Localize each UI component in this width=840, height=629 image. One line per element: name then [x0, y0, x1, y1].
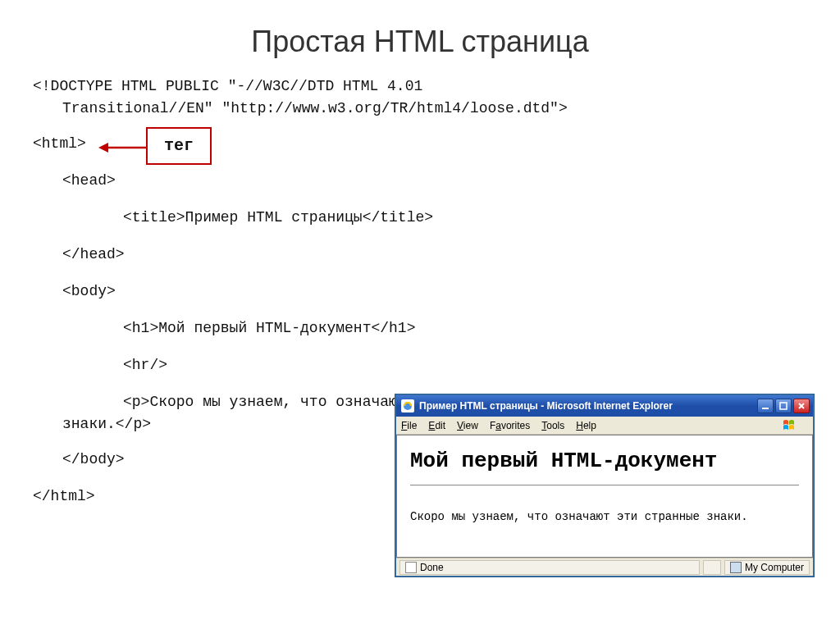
head-open-tag: <head> [33, 170, 840, 192]
page-heading: Мой первый HTML-документ [410, 449, 799, 473]
body-open-tag: <body> [33, 280, 840, 303]
menu-help[interactable]: Help [576, 420, 596, 431]
menu-file[interactable]: File [401, 420, 417, 431]
maximize-button[interactable] [775, 399, 792, 413]
h1-tag-line: <h1>Мой первый HTML-документ</h1> [33, 317, 840, 340]
browser-menubar: File Edit View Favorites Tools Help [396, 417, 813, 435]
hr-tag-line: <hr/> [33, 354, 840, 376]
ie-app-icon [401, 399, 414, 412]
page-paragraph: Скоро мы узнаем, что означают эти странн… [410, 510, 799, 523]
status-zone-cell: My Computer [724, 560, 810, 575]
svg-rect-3 [762, 408, 769, 409]
menu-tools[interactable]: Tools [541, 420, 564, 431]
browser-title: Пример HTML страницы - Microsoft Interne… [419, 400, 757, 412]
windows-flag-icon [778, 418, 808, 433]
title-tag-line: <title>Пример HTML страницы</title> [33, 207, 840, 229]
menu-edit[interactable]: Edit [428, 420, 445, 431]
head-close-tag: </head> [33, 244, 840, 266]
computer-icon [730, 562, 742, 573]
document-icon [405, 562, 417, 573]
menu-favorites[interactable]: Favorites [490, 420, 530, 431]
page-divider [410, 485, 799, 485]
minimize-button[interactable] [757, 399, 774, 413]
browser-viewport: Мой первый HTML-документ Скоро мы узнаем… [396, 435, 813, 558]
slide-title: Простая HTML страница [0, 0, 840, 75]
browser-statusbar: Done My Computer [396, 558, 813, 576]
close-button[interactable] [793, 399, 810, 413]
status-zone-text: My Computer [745, 562, 804, 573]
status-done-cell: Done [399, 560, 700, 575]
status-empty-cell [703, 560, 721, 575]
doctype-line-2: Transitional//EN" "http://www.w3.org/TR/… [33, 98, 840, 120]
callout-tag-label: тег [146, 127, 212, 165]
status-done-text: Done [420, 562, 444, 573]
doctype-line-1: <!DOCTYPE HTML PUBLIC "-//W3C//DTD HTML … [33, 75, 840, 98]
browser-titlebar[interactable]: Пример HTML страницы - Microsoft Interne… [396, 395, 813, 417]
menu-view[interactable]: View [457, 420, 478, 431]
svg-rect-4 [780, 403, 787, 409]
browser-window: Пример HTML страницы - Microsoft Interne… [395, 394, 814, 577]
